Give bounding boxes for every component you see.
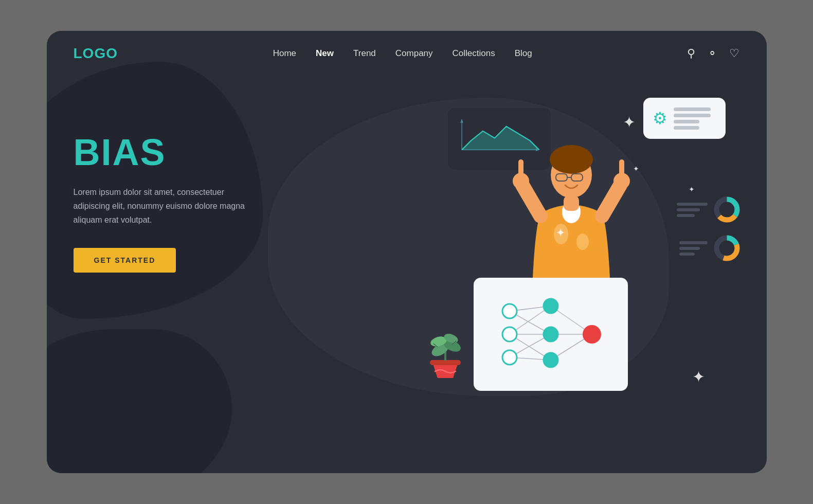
nav-links: Home New Trend Company Collections Blog bbox=[273, 48, 532, 59]
svg-point-36 bbox=[544, 327, 558, 341]
svg-point-20 bbox=[576, 233, 589, 250]
sparkle-1: ✦ bbox=[623, 113, 636, 131]
settings-card: ⚙ bbox=[643, 98, 726, 139]
svg-point-35 bbox=[544, 299, 558, 313]
illustration-area: ⚙ bbox=[396, 82, 746, 432]
donut-line-f bbox=[679, 253, 695, 256]
donut-chart-1 bbox=[713, 195, 741, 224]
svg-point-34 bbox=[502, 350, 517, 365]
donut-lines-2 bbox=[679, 241, 708, 256]
neural-network-screen bbox=[474, 278, 628, 391]
svg-point-32 bbox=[502, 304, 517, 318]
nav-item-blog[interactable]: Blog bbox=[515, 48, 532, 59]
logo: LOGO bbox=[74, 45, 118, 62]
donut-line-a bbox=[677, 203, 708, 206]
nav-item-new[interactable]: New bbox=[316, 48, 334, 59]
doc-line-4 bbox=[674, 126, 699, 130]
hero-text: BIAS Lorem ipsum dolor sit amet, consect… bbox=[74, 103, 248, 273]
donut-chart-2 bbox=[713, 234, 741, 262]
svg-point-37 bbox=[544, 353, 558, 367]
nav-link-trend[interactable]: Trend bbox=[353, 48, 376, 58]
doc-line-1 bbox=[674, 107, 711, 111]
donut-row-1 bbox=[677, 195, 741, 224]
nav-item-company[interactable]: Company bbox=[395, 48, 433, 59]
donut-lines-1 bbox=[677, 203, 708, 217]
user-icon[interactable]: ⚬ bbox=[708, 47, 717, 60]
neural-network-svg bbox=[484, 285, 618, 383]
svg-marker-2 bbox=[460, 119, 463, 122]
nav-item-collections[interactable]: Collections bbox=[453, 48, 495, 59]
svg-point-5 bbox=[550, 145, 593, 174]
blob-bottom-left bbox=[47, 329, 232, 473]
sparkle-5: ✦ bbox=[689, 185, 695, 193]
donut-line-c bbox=[677, 214, 695, 217]
svg-rect-10 bbox=[564, 195, 579, 211]
nav-link-blog[interactable]: Blog bbox=[515, 48, 532, 58]
hero-title: BIAS bbox=[74, 134, 248, 171]
heart-icon[interactable]: ♡ bbox=[729, 47, 739, 60]
nav-link-company[interactable]: Company bbox=[395, 48, 433, 58]
plant-svg bbox=[422, 319, 468, 381]
navbar: LOGO Home New Trend Company Collections … bbox=[47, 31, 767, 62]
doc-line-3 bbox=[674, 120, 699, 123]
donut-row-2 bbox=[679, 234, 741, 262]
svg-line-16 bbox=[602, 185, 620, 216]
donut-line-e bbox=[679, 247, 700, 250]
get-started-button[interactable]: GET STARTED bbox=[74, 248, 176, 273]
donut-line-b bbox=[677, 208, 700, 211]
donut-line-d bbox=[679, 241, 708, 244]
svg-point-33 bbox=[502, 327, 517, 341]
doc-line-2 bbox=[674, 114, 711, 117]
nav-link-home[interactable]: Home bbox=[273, 48, 296, 58]
svg-point-38 bbox=[583, 325, 601, 344]
nav-link-collections[interactable]: Collections bbox=[453, 48, 495, 58]
nav-item-trend[interactable]: Trend bbox=[353, 48, 376, 59]
sparkle-2: ✦ bbox=[556, 226, 565, 240]
gear-icon: ⚙ bbox=[653, 109, 667, 128]
sparkle-3: ✦ bbox=[692, 368, 705, 386]
nav-item-home[interactable]: Home bbox=[273, 48, 296, 59]
search-icon[interactable]: ⚲ bbox=[687, 47, 695, 60]
donut-charts bbox=[677, 195, 741, 262]
nav-link-new[interactable]: New bbox=[316, 48, 334, 58]
hero-description: Lorem ipsum dolor sit amet, consectetuer… bbox=[74, 185, 248, 227]
doc-lines bbox=[674, 107, 711, 130]
svg-line-13 bbox=[522, 185, 540, 216]
sparkle-4: ✦ bbox=[633, 165, 639, 173]
plant bbox=[422, 319, 468, 381]
nav-icons: ⚲ ⚬ ♡ bbox=[687, 47, 739, 60]
main-card: LOGO Home New Trend Company Collections … bbox=[47, 31, 767, 473]
